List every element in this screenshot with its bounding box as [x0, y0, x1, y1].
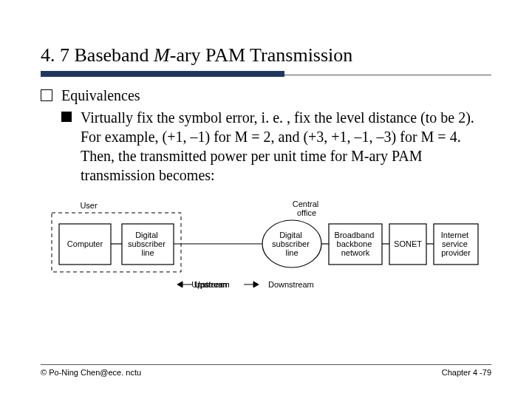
bullet-level2: Virtually fix the symbol error, i. e. , …	[61, 108, 491, 185]
title-italic: M	[154, 44, 170, 66]
slide-title: 4. 7 Baseband M-ary PAM Transmission	[41, 44, 491, 66]
filled-square-bullet-icon	[61, 112, 72, 122]
hollow-square-bullet-icon	[41, 89, 52, 101]
downstream-arrow-head	[253, 282, 259, 287]
slide: 4. 7 Baseband M-ary PAM Transmission Equ…	[0, 0, 532, 399]
rule-thick	[41, 71, 284, 77]
diagram-svg: User Central office	[48, 200, 484, 303]
title-rule	[41, 68, 491, 77]
central-label: Central office	[293, 200, 321, 217]
title-suffix: -ary PAM Transmission	[170, 44, 353, 66]
bullet-level1: Equivalences	[41, 86, 491, 105]
user-label: User	[80, 201, 98, 210]
body-content: Equivalences Virtually fix the symbol er…	[41, 86, 491, 185]
isp-text: Internet service provider	[441, 231, 471, 257]
footer-right: Chapter 4 -79	[442, 368, 491, 377]
lvl2-text: Virtually fix the symbol error, i. e. , …	[81, 108, 491, 185]
computer-text: Computer	[67, 239, 103, 248]
up-label: Upstream	[191, 280, 227, 289]
footer-left: © Po-Ning Chen@ece. nctu	[41, 368, 141, 377]
network-diagram: User Central office	[48, 200, 484, 306]
sonet-text: SONET	[394, 239, 422, 248]
title-prefix: 4. 7 Baseband	[41, 44, 154, 66]
down-label: Downstream	[268, 280, 314, 289]
lvl1-text: Equivalences	[61, 86, 491, 105]
footer: © Po-Ning Chen@ece. nctu Chapter 4 -79	[41, 364, 491, 377]
upstream-arrow-head	[177, 282, 183, 287]
